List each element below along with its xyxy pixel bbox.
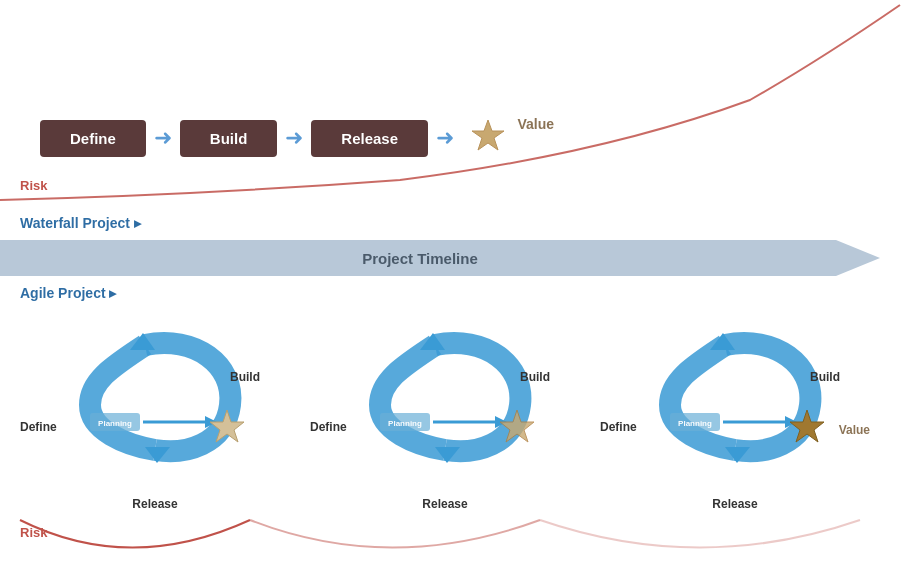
build-box: Build	[180, 120, 278, 157]
agile-section: Agile Project ▸ Planning Planning	[0, 285, 912, 574]
sprint-1-build: Build	[230, 370, 260, 384]
arrow-3: ➜	[436, 125, 454, 151]
waterfall-boxes-row: Define ➜ Build ➜ Release ➜ Value	[40, 118, 506, 158]
svg-marker-0	[472, 120, 504, 150]
value-label-waterfall: Value	[517, 116, 554, 132]
risk-curve-bottom	[0, 515, 912, 574]
sprint-2-cycle: Planning	[325, 315, 565, 495]
agile-project-label: Agile Project ▸	[20, 285, 116, 301]
project-timeline-text: Project Timeline	[362, 250, 478, 267]
sprint-1: Planning Planning Define Build	[20, 315, 290, 511]
svg-text:Planning: Planning	[98, 419, 132, 428]
sprint-2-define: Define	[310, 420, 347, 434]
risk-label-bottom: Risk	[20, 525, 47, 540]
sprint-3-define: Define	[600, 420, 637, 434]
value-star-waterfall: Value	[470, 118, 506, 158]
sprint-1-cycle: Planning Planning	[35, 315, 275, 495]
project-timeline-arrow: Project Timeline	[0, 240, 880, 276]
svg-text:Planning: Planning	[678, 419, 712, 428]
sprint-2: Planning Define Build Release	[310, 315, 580, 511]
arrow-2: ➜	[285, 125, 303, 151]
sprint-1-define: Define	[20, 420, 57, 434]
release-box: Release	[311, 120, 428, 157]
sprint-2-build: Build	[520, 370, 550, 384]
sprint-3-value: Value	[839, 423, 870, 437]
sprint-3: Planning Define Build Release Value	[600, 315, 870, 511]
risk-label-top: Risk	[20, 178, 47, 193]
sprints-row: Planning Planning Define Build	[20, 315, 900, 511]
sprint-3-release: Release	[712, 497, 757, 511]
svg-text:Planning: Planning	[388, 419, 422, 428]
sprint-1-release: Release	[132, 497, 177, 511]
waterfall-section: Define ➜ Build ➜ Release ➜ Value Risk	[0, 0, 912, 210]
sprint-3-build: Build	[810, 370, 840, 384]
sprint-3-cycle: Planning	[615, 315, 855, 495]
risk-curve-top	[0, 0, 912, 210]
define-box: Define	[40, 120, 146, 157]
waterfall-project-label: Waterfall Project ▸	[20, 215, 141, 231]
sprint-2-release: Release	[422, 497, 467, 511]
arrow-1: ➜	[154, 125, 172, 151]
